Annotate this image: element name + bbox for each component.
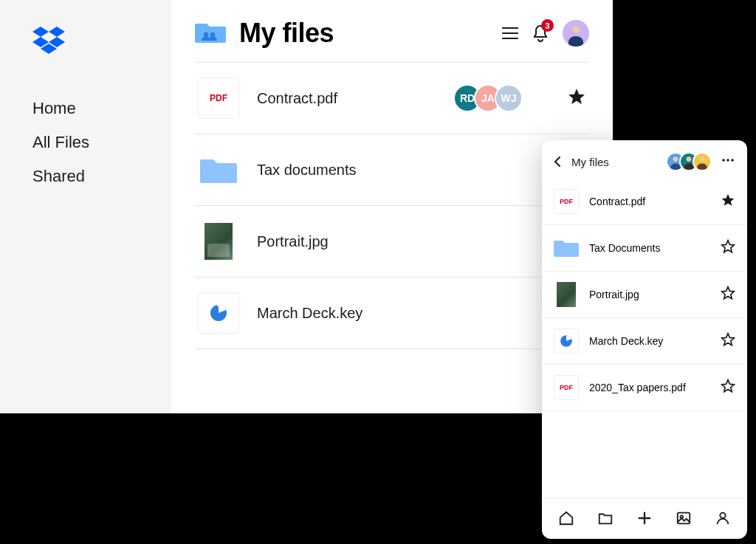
- file-name: Portrait.jpg: [589, 289, 721, 300]
- svg-point-15: [700, 156, 705, 162]
- pdf-label: PDF: [560, 384, 573, 391]
- file-row-tax-documents[interactable]: Tax documents: [195, 134, 589, 206]
- svg-rect-22: [678, 513, 690, 524]
- svg-marker-0: [32, 27, 49, 37]
- star-toggle[interactable]: [721, 286, 735, 303]
- mobile-tab-bar: [542, 498, 747, 539]
- mobile-file-row[interactable]: PDF Contract.pdf: [542, 179, 747, 225]
- tab-files-icon[interactable]: [592, 508, 619, 528]
- file-name: March Deck.key: [589, 335, 721, 347]
- list-view-icon[interactable]: [502, 27, 518, 40]
- sidebar: Home All Files Shared: [0, 0, 171, 413]
- collaborator-stack[interactable]: RD JA WJ: [453, 84, 523, 112]
- mobile-file-list: PDF Contract.pdf Tax Documents Portrait.…: [542, 179, 747, 498]
- file-name: Tax documents: [257, 162, 586, 179]
- page-header: My files 3: [195, 18, 589, 49]
- folder-icon: [554, 235, 579, 261]
- tab-add-icon[interactable]: [631, 508, 658, 528]
- mobile-collaborators[interactable]: [666, 152, 712, 171]
- file-row-contract[interactable]: PDF Contract.pdf RD JA WJ: [195, 63, 589, 134]
- svg-point-24: [721, 513, 726, 518]
- star-toggle[interactable]: [567, 87, 586, 109]
- shared-folder-icon: [195, 19, 226, 47]
- pdf-label: PDF: [210, 93, 227, 103]
- pdf-icon: PDF: [554, 189, 579, 214]
- svg-marker-1: [49, 27, 65, 37]
- svg-point-14: [687, 156, 692, 162]
- svg-point-17: [726, 159, 729, 162]
- more-options-button[interactable]: [719, 153, 737, 171]
- keynote-icon: [554, 328, 579, 354]
- svg-point-13: [673, 156, 678, 162]
- collaborator-avatar: WJ: [495, 84, 523, 112]
- svg-point-16: [722, 159, 725, 162]
- dropbox-logo[interactable]: [32, 27, 171, 59]
- pdf-label: PDF: [560, 198, 573, 205]
- star-toggle[interactable]: [721, 379, 735, 396]
- mobile-file-row[interactable]: March Deck.key: [542, 318, 747, 365]
- tab-account-icon[interactable]: [709, 508, 736, 528]
- svg-point-18: [731, 159, 734, 162]
- image-thumbnail: [198, 221, 239, 262]
- mobile-panel: My files PDF Contract.pdf: [542, 140, 747, 539]
- pdf-icon: PDF: [554, 375, 579, 400]
- nav-home[interactable]: Home: [32, 92, 171, 125]
- file-name: Portrait.jpg: [257, 233, 586, 250]
- mobile-file-row[interactable]: Portrait.jpg: [542, 272, 747, 318]
- star-toggle[interactable]: [721, 193, 735, 210]
- file-name: Tax Documents: [589, 242, 721, 254]
- file-name: 2020_Tax papers.pdf: [589, 382, 721, 393]
- notification-badge: 3: [541, 19, 554, 32]
- mobile-title: My files: [571, 156, 659, 168]
- file-row-portrait[interactable]: Portrait.jpg: [195, 206, 589, 278]
- image-thumbnail: [554, 282, 579, 307]
- keynote-icon: [198, 292, 239, 334]
- svg-point-10: [572, 26, 580, 33]
- folder-icon: [198, 149, 239, 190]
- file-name: Contract.pdf: [257, 90, 453, 107]
- notifications-button[interactable]: 3: [532, 24, 549, 43]
- star-toggle[interactable]: [721, 332, 735, 350]
- user-avatar[interactable]: [563, 20, 589, 47]
- file-name: Contract.pdf: [589, 196, 721, 207]
- file-list: PDF Contract.pdf RD JA WJ: [195, 62, 589, 349]
- pdf-icon: PDF: [198, 78, 239, 119]
- star-toggle[interactable]: [721, 239, 735, 257]
- collaborator-avatar: [693, 152, 712, 171]
- mobile-file-row[interactable]: PDF 2020_Tax papers.pdf: [542, 365, 747, 411]
- file-row-march-deck[interactable]: March Deck.key: [195, 278, 589, 349]
- svg-rect-12: [217, 303, 220, 306]
- tab-photos-icon[interactable]: [670, 508, 697, 528]
- tab-home-icon[interactable]: [553, 508, 580, 528]
- desktop-panel: Home All Files Shared My files: [0, 0, 613, 413]
- file-name: March Deck.key: [257, 305, 586, 322]
- nav-shared[interactable]: Shared: [32, 159, 171, 193]
- page-title: My files: [239, 18, 502, 49]
- nav-all-files[interactable]: All Files: [32, 125, 171, 159]
- back-button[interactable]: [552, 156, 564, 168]
- mobile-header: My files: [542, 140, 747, 179]
- mobile-file-row[interactable]: Tax Documents: [542, 225, 747, 272]
